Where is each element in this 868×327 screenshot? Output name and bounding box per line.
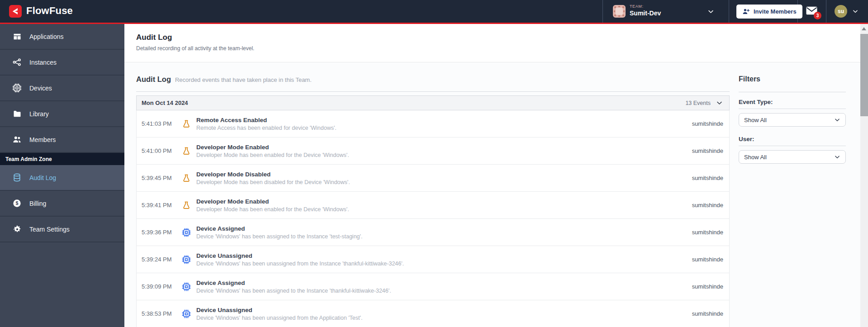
chevron-down-icon	[707, 8, 714, 17]
chevron-down-icon	[834, 154, 840, 160]
event-type-selected-value: Show All	[744, 117, 767, 123]
invite-members-button[interactable]: Invite Members	[736, 5, 802, 19]
main-content: Audit Log Detailed recording of all acti…	[124, 24, 860, 327]
event-time: 5:41:00 PM	[142, 147, 177, 154]
sidebar-item-label: Devices	[29, 85, 52, 92]
audit-log-icon	[12, 173, 22, 182]
event-description: Developer Mode has been enabled for the …	[196, 206, 692, 213]
event-description: Developer Mode has been enabled for the …	[196, 152, 692, 158]
sidebar-item-label: Audit Log	[29, 174, 56, 181]
user-menu[interactable]: su	[826, 0, 868, 23]
event-description: Device 'Windows' has been unassigned fro…	[196, 261, 692, 267]
user-filter-selected-value: Show All	[744, 154, 767, 161]
billing-icon: $	[12, 199, 22, 208]
chevron-down-icon[interactable]	[716, 100, 723, 106]
event-description: Developer Mode has been disabled for the…	[196, 179, 692, 185]
library-icon	[12, 109, 22, 118]
user-plus-icon	[742, 8, 750, 15]
audit-log-list-column: Audit Log Recorded events that have take…	[136, 75, 730, 327]
event-time: 5:39:45 PM	[142, 175, 177, 181]
sidebar-item-library[interactable]: Library	[0, 101, 124, 127]
sidebar-item-label: Applications	[29, 33, 64, 40]
audit-event-row: 5:39:24 PM Device Unassigned Device 'Win…	[137, 246, 729, 273]
chip-icon	[181, 309, 191, 318]
chevron-down-icon	[834, 117, 840, 123]
sidebar-item-billing[interactable]: $ Billing	[0, 191, 124, 217]
scrollbar-thumb[interactable]	[860, 34, 868, 116]
team-selector[interactable]: TEAM: Sumit-Dev	[606, 0, 725, 23]
flask-icon	[181, 146, 191, 156]
event-user: sumitshinde	[692, 120, 723, 127]
members-icon	[12, 135, 22, 144]
event-time: 5:39:36 PM	[142, 229, 177, 236]
chip-icon	[181, 227, 191, 237]
flowfuse-logo-icon	[11, 7, 20, 16]
audit-event-row: 5:39:09 PM Device Assigned Device 'Windo…	[137, 273, 729, 300]
filters-panel: Filters Event Type: Show All User: Show …	[739, 75, 846, 327]
event-title: Remote Access Enabled	[196, 117, 692, 123]
event-type-label: Event Type:	[739, 99, 846, 109]
scrollbar-up-arrow[interactable]	[862, 27, 866, 30]
svg-text:$: $	[15, 200, 18, 206]
sidebar-item-label: Billing	[29, 200, 46, 207]
audit-event-row: 5:39:41 PM Developer Mode Enabled Develo…	[137, 192, 729, 219]
sidebar-item-audit-log[interactable]: Audit Log	[0, 165, 124, 191]
applications-icon	[12, 32, 22, 41]
chip-icon	[181, 282, 191, 291]
event-user: sumitshinde	[692, 202, 723, 209]
date-group-header[interactable]: Mon Oct 14 2024 13 Events	[136, 95, 730, 110]
instances-icon	[12, 57, 22, 67]
event-description: Device 'Windows' has been assigned to th…	[196, 288, 692, 294]
event-user: sumitshinde	[692, 229, 723, 236]
events-count: 13 Events	[685, 100, 711, 106]
event-time: 5:39:24 PM	[142, 256, 177, 263]
event-user: sumitshinde	[692, 147, 723, 154]
event-title: Device Assigned	[196, 225, 692, 232]
audit-event-row: 5:39:45 PM Developer Mode Disabled Devel…	[137, 165, 729, 192]
audit-event-row: 5:38:53 PM Device Unassigned Device 'Win…	[137, 300, 729, 327]
chevron-down-icon	[852, 8, 859, 16]
event-time: 5:39:09 PM	[142, 283, 177, 290]
sidebar-item-label: Members	[29, 136, 56, 143]
team-avatar	[613, 5, 626, 18]
event-type-select[interactable]: Show All	[739, 113, 846, 127]
user-filter-label: User:	[739, 136, 846, 146]
page-subtitle: Detailed recording of all activity at th…	[136, 45, 860, 52]
notifications-button[interactable]: 3	[797, 0, 826, 23]
event-time: 5:38:53 PM	[142, 310, 177, 317]
event-description: Device 'Windows' has been unassigned fro…	[196, 315, 692, 321]
sidebar-item-label: Instances	[29, 59, 57, 66]
event-rows: 5:41:03 PM Remote Access Enabled Remote …	[136, 110, 730, 327]
nav-separator	[602, 0, 603, 23]
audit-event-row: 5:41:03 PM Remote Access Enabled Remote …	[137, 110, 729, 137]
vertical-scrollbar[interactable]	[860, 24, 868, 327]
team-eyebrow-label: TEAM:	[630, 4, 644, 9]
event-title: Device Assigned	[196, 280, 692, 286]
event-title: Developer Mode Enabled	[196, 144, 692, 151]
section-title: Audit Log	[136, 75, 171, 84]
filters-title: Filters	[739, 75, 846, 92]
sidebar-item-members[interactable]: Members	[0, 127, 124, 153]
sidebar-item-team-settings[interactable]: Team Settings	[0, 217, 124, 242]
audit-event-row: 5:39:36 PM Device Assigned Device 'Windo…	[137, 219, 729, 246]
user-filter-select[interactable]: Show All	[739, 150, 846, 164]
flowfuse-logo[interactable]	[9, 5, 22, 18]
notification-badge: 3	[814, 12, 821, 19]
event-time: 5:39:41 PM	[142, 202, 177, 209]
sidebar-item-applications[interactable]: Applications	[0, 24, 124, 50]
event-user: sumitshinde	[692, 175, 723, 181]
event-user: sumitshinde	[692, 283, 723, 290]
event-description: Device 'Windows' has been assigned to th…	[196, 233, 692, 240]
team-name: Sumit-Dev	[630, 9, 661, 17]
brand-name[interactable]: FlowFuse	[26, 5, 73, 17]
user-avatar: su	[835, 5, 847, 18]
team-admin-zone-label: Team Admin Zone	[0, 153, 124, 165]
audit-event-row: 5:41:00 PM Developer Mode Enabled Develo…	[137, 137, 729, 165]
flask-icon	[181, 119, 191, 128]
sidebar-item-instances[interactable]: Instances	[0, 50, 124, 76]
page-title: Audit Log	[136, 33, 860, 42]
flask-icon	[181, 200, 191, 210]
event-time: 5:41:03 PM	[142, 120, 177, 127]
event-user: sumitshinde	[692, 256, 723, 263]
sidebar-item-devices[interactable]: Devices	[0, 76, 124, 101]
